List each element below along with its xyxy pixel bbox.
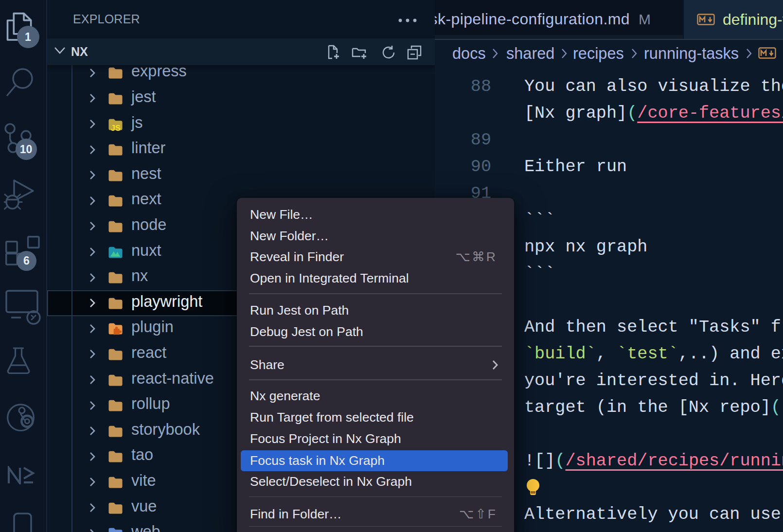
svg-text:JS: JS bbox=[111, 123, 121, 130]
